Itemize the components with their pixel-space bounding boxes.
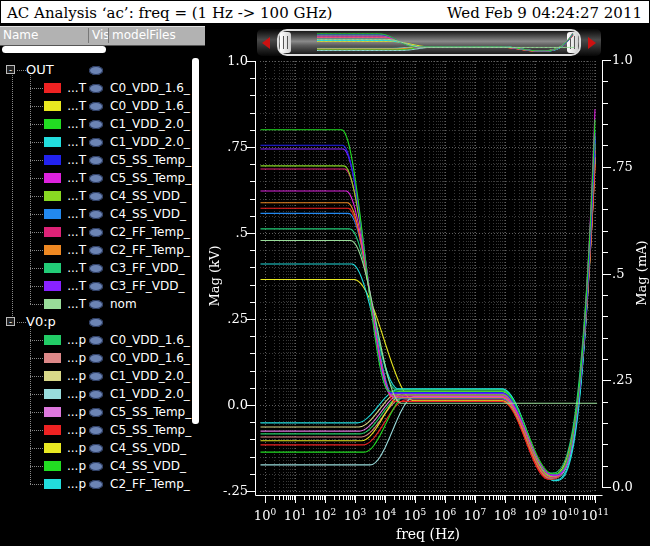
y-right-tick-label: .25 (612, 372, 633, 387)
tree-row-c3-ff-vdd-[interactable]: ...TC3_FF_VDD_ (0, 259, 192, 277)
signal-tree: -OUT...TC0_VDD_1.6_...TC0_VDD_1.6_...TC1… (0, 24, 192, 546)
truncated-name: ...T (58, 297, 86, 311)
truncated-name: ...T (58, 279, 86, 293)
eye-icon[interactable] (89, 246, 103, 255)
modelfile-label: C0_VDD_1.6_ (110, 351, 190, 365)
tree-group-v0-p[interactable]: -V0:p (0, 313, 192, 331)
tree-row-c0-vdd-1-6-[interactable]: ...TC0_VDD_1.6_ (0, 97, 192, 115)
tree-row-c2-ff-temp-[interactable]: ...pC2_FF_Temp_ (0, 475, 192, 493)
tree-row-c2-ff-temp-[interactable]: ...TC2_FF_Temp_ (0, 241, 192, 259)
y-left-tick-label: .75 (206, 139, 248, 154)
eye-icon[interactable] (89, 138, 103, 147)
vertical-scrollbar-thumb[interactable] (192, 58, 199, 424)
eye-icon[interactable] (89, 318, 103, 327)
eye-icon[interactable] (89, 156, 103, 165)
modelfile-label: C2_FF_Temp_ (110, 243, 190, 257)
x-tick-label: 1011 (577, 507, 613, 523)
tree-row-c3-ff-vdd-[interactable]: ...TC3_FF_VDD_ (0, 277, 192, 295)
tree-row-c4-ss-vdd-[interactable]: ...pC4_SS_VDD_ (0, 457, 192, 475)
tree-guide-line (12, 75, 13, 322)
eye-icon[interactable] (89, 336, 103, 345)
eye-icon[interactable] (89, 192, 103, 201)
eye-icon[interactable] (89, 174, 103, 183)
tree-row-c5-ss-temp-[interactable]: ...TC5_SS_Temp_ (0, 169, 192, 187)
eye-icon[interactable] (89, 408, 103, 417)
eye-icon[interactable] (89, 84, 103, 93)
y-left-tick-label: -.25 (206, 483, 248, 498)
waveform-window: AC Analysis ‘ac’: freq = (1 Hz -> 100 GH… (0, 0, 650, 546)
eye-icon[interactable] (89, 282, 103, 291)
eye-icon[interactable] (89, 102, 103, 111)
tree-row-c1-vdd-2-0-[interactable]: ...TC1_VDD_2.0_ (0, 115, 192, 133)
truncated-name: ...T (58, 207, 86, 221)
expander-icon[interactable]: - (6, 65, 15, 74)
eye-icon[interactable] (89, 444, 103, 453)
tree-row-c5-ss-temp-[interactable]: ...pC5_SS_Temp_ (0, 403, 192, 421)
overview-mini-plot (315, 31, 577, 54)
tree-row-c4-ss-vdd-[interactable]: ...pC4_SS_VDD_ (0, 439, 192, 457)
y-right-tick-label: 0.0 (612, 479, 633, 494)
tree-row-c0-vdd-1-6-[interactable]: ...pC0_VDD_1.6_ (0, 331, 192, 349)
truncated-name: ...p (58, 441, 86, 455)
eye-icon[interactable] (89, 228, 103, 237)
modelfile-label: C3_FF_VDD_ (110, 261, 185, 275)
scroll-left-arrow[interactable] (262, 37, 270, 49)
x-axis-label: freq (Hz) (396, 526, 460, 542)
modelfile-label: C1_VDD_2.0_ (110, 135, 190, 149)
tree-row-c1-vdd-2-0-[interactable]: ...pC1_VDD_2.0_ (0, 385, 192, 403)
truncated-name: ...p (58, 387, 86, 401)
truncated-name: ...T (58, 117, 86, 131)
eye-icon[interactable] (89, 372, 103, 381)
eye-icon[interactable] (89, 264, 103, 273)
modelfile-label: C5_SS_Temp_ (110, 171, 191, 185)
eye-icon[interactable] (89, 426, 103, 435)
right-axis-label: Mag (mA) (634, 240, 649, 305)
truncated-name: ...p (58, 423, 86, 437)
y-left-tick-label: 1.0 (206, 53, 248, 68)
tree-row-c1-vdd-2-0-[interactable]: ...pC1_VDD_2.0_ (0, 367, 192, 385)
right-grip-handle[interactable] (567, 32, 578, 53)
eye-icon[interactable] (89, 354, 103, 363)
left-axis-label: Mag (kV) (207, 246, 222, 307)
timestamp: Wed Feb 9 04:24:27 2011 (447, 4, 642, 22)
scroll-right-arrow[interactable] (588, 37, 596, 49)
tree-row-c5-ss-temp-[interactable]: ...TC5_SS_Temp_ (0, 151, 192, 169)
truncated-name: ...p (58, 459, 86, 473)
eye-icon[interactable] (89, 66, 103, 75)
signal-sidebar: Name Vis modelFiles -OUT...TC0_VDD_1.6_.… (0, 24, 205, 546)
tree-row-c4-ss-vdd-[interactable]: ...TC4_SS_VDD_ (0, 187, 192, 205)
truncated-name: ...T (58, 153, 86, 167)
eye-icon[interactable] (89, 390, 103, 399)
truncated-name: ...p (58, 369, 86, 383)
tree-row-nom[interactable]: ...Tnom (0, 295, 192, 313)
expander-icon[interactable]: - (6, 317, 15, 326)
modelfile-label: C1_VDD_2.0_ (110, 387, 190, 401)
left-grip-handle[interactable] (280, 32, 291, 53)
tree-row-c2-ff-temp-[interactable]: ...TC2_FF_Temp_ (0, 223, 192, 241)
eye-icon[interactable] (89, 210, 103, 219)
modelfile-label: C5_SS_Temp_ (110, 153, 191, 167)
modelfile-label: C0_VDD_1.6_ (110, 81, 190, 95)
tree-row-c0-vdd-1-6-[interactable]: ...TC0_VDD_1.6_ (0, 79, 192, 97)
eye-icon[interactable] (89, 300, 103, 309)
truncated-name: ...p (58, 405, 86, 419)
plot-area[interactable] (260, 58, 600, 495)
truncated-name: ...T (58, 81, 86, 95)
modelfile-label: C4_SS_VDD_ (110, 207, 186, 221)
tree-row-c1-vdd-2-0-[interactable]: ...TC1_VDD_2.0_ (0, 133, 192, 151)
y-right-tick-label: .75 (612, 159, 633, 174)
truncated-name: ...T (58, 189, 86, 203)
tree-row-c5-ss-temp-[interactable]: ...pC5_SS_Temp_ (0, 421, 192, 439)
modelfile-label: C4_SS_VDD_ (110, 189, 186, 203)
tree-row-c0-vdd-1-6-[interactable]: ...pC0_VDD_1.6_ (0, 349, 192, 367)
tree-group-out[interactable]: -OUT (0, 61, 192, 79)
eye-icon[interactable] (89, 462, 103, 471)
eye-icon[interactable] (89, 120, 103, 129)
tree-guide-line (30, 327, 31, 484)
modelfile-label: C2_FF_Temp_ (110, 477, 190, 491)
modelfile-label: C0_VDD_1.6_ (110, 99, 190, 113)
modelfile-label: C5_SS_Temp_ (110, 405, 191, 419)
tree-row-c4-ss-vdd-[interactable]: ...TC4_SS_VDD_ (0, 205, 192, 223)
eye-icon[interactable] (89, 480, 103, 489)
overview-thumb[interactable] (277, 29, 581, 56)
